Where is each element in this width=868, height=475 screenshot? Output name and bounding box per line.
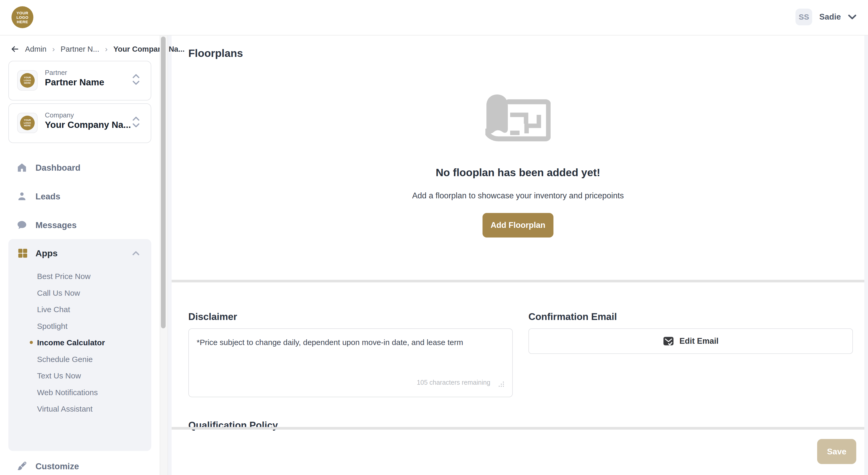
logo-line: HERE — [17, 20, 28, 24]
edit-email-label: Edit Email — [679, 336, 718, 346]
chevron-up-icon[interactable] — [132, 251, 140, 257]
sidebar-item-web-notifications[interactable]: Web Notifications — [37, 388, 142, 398]
chat-bubble-icon — [17, 220, 27, 230]
sidebar-item-customize[interactable]: Customize — [0, 461, 160, 475]
company-switcher[interactable] — [132, 116, 140, 128]
logo-line: LOGO — [24, 79, 31, 82]
breadcrumb-separator: › — [52, 44, 55, 54]
breadcrumb-item-partner[interactable]: Partner N... — [61, 45, 99, 54]
sidebar-item-income-calculator[interactable]: Income Calculator — [37, 338, 142, 348]
sidebar-item-apps[interactable]: Apps — [8, 247, 151, 263]
characters-remaining: 105 characters remaining — [417, 379, 490, 386]
company-value: Your Company Na... — [45, 120, 131, 130]
back-arrow-icon[interactable] — [10, 44, 19, 54]
floorplan-blueprint-icon — [485, 93, 551, 146]
logo-line: LOGO — [24, 122, 31, 124]
sidebar-item-label: Dashboard — [35, 163, 80, 173]
logo-line: YOUR — [17, 11, 28, 15]
company-logo-circle: YOUR LOGO HERE — [20, 116, 35, 130]
partner-logo: YOUR LOGO HERE — [17, 70, 37, 91]
empty-state-title: No flooplan has been added yet! — [172, 167, 864, 179]
section-divider — [172, 280, 864, 283]
sidebar-item-label: Leads — [35, 191, 60, 202]
resize-handle-icon[interactable] — [498, 381, 504, 387]
sidebar-item-leads[interactable]: Leads — [0, 191, 160, 208]
partner-selector-card[interactable]: YOUR LOGO HERE Partner Partner Name — [8, 61, 151, 100]
logo-line: YOUR — [24, 119, 31, 122]
empty-state-subtitle: Add a floorplan to showcase your invento… — [172, 191, 864, 201]
sidebar-scrollbar-track[interactable] — [160, 35, 168, 475]
chevron-down-icon — [132, 81, 140, 85]
sidebar-item-label: Income Calculator — [37, 338, 105, 347]
sidebar-item-label: Messages — [35, 220, 77, 230]
breadcrumb: Admin › Partner N... › Your Company Na..… — [10, 44, 185, 54]
disclaimer-title: Disclaimer — [188, 311, 237, 322]
active-item-dot — [30, 341, 33, 344]
company-logo: YOUR LOGO HERE — [17, 113, 37, 133]
app-logo[interactable]: YOUR LOGO HERE — [11, 6, 33, 28]
paintbrush-icon — [17, 461, 27, 471]
chevron-down-icon — [848, 14, 857, 20]
breadcrumb-item-company[interactable]: Your Company Na... — [113, 45, 184, 54]
main-content: Floorplans No flooplan has been added ye… — [172, 35, 864, 475]
app-screen: YOUR LOGO HERE SS Sadie Admin › Partner … — [0, 0, 868, 475]
sidebar: Admin › Partner N... › Your Company Na..… — [0, 35, 160, 475]
avatar[interactable]: SS — [796, 9, 812, 25]
partner-logo-circle: YOUR LOGO HERE — [20, 73, 35, 88]
apps-section: Apps Best Price Now Call Us Now Live Cha… — [8, 239, 151, 451]
confirmation-email-title: Confirmation Email — [528, 311, 617, 322]
home-icon — [17, 162, 27, 173]
sidebar-item-call-us-now[interactable]: Call Us Now — [37, 289, 142, 299]
company-selector-card[interactable]: YOUR LOGO HERE Company Your Company Na..… — [8, 103, 151, 143]
company-label: Company — [45, 111, 74, 119]
sidebar-item-live-chat[interactable]: Live Chat — [37, 305, 142, 315]
chevron-up-icon — [132, 74, 140, 78]
sidebar-item-label: Customize — [35, 462, 79, 471]
page-title: Floorplans — [188, 47, 243, 60]
partner-label: Partner — [45, 69, 67, 77]
save-bar-divider — [172, 427, 864, 429]
edit-email-button[interactable]: Edit Email — [528, 328, 853, 354]
logo-line: YOUR — [24, 76, 31, 79]
save-button[interactable]: Save — [817, 439, 856, 464]
topbar: YOUR LOGO HERE SS Sadie — [0, 0, 868, 35]
logo-line: HERE — [24, 82, 31, 85]
user-name: Sadie — [819, 12, 841, 22]
partner-value: Partner Name — [45, 77, 104, 87]
logo-line: LOGO — [17, 15, 28, 20]
sidebar-scrollbar-thumb[interactable] — [161, 36, 166, 328]
user-menu[interactable]: SS Sadie — [796, 8, 857, 26]
breadcrumb-item-admin[interactable]: Admin — [25, 45, 46, 54]
sidebar-item-label: Apps — [35, 248, 58, 258]
partner-switcher[interactable] — [132, 74, 140, 86]
breadcrumb-separator: › — [105, 44, 107, 54]
apps-grid-icon — [17, 248, 28, 259]
chevron-up-icon — [132, 116, 140, 121]
disclaimer-textarea[interactable]: *Price subject to change daily, dependen… — [188, 328, 513, 397]
sidebar-item-best-price-now[interactable]: Best Price Now — [37, 272, 142, 282]
disclaimer-text: *Price subject to change daily, dependen… — [197, 337, 504, 348]
person-icon — [17, 191, 27, 202]
logo-line: HERE — [24, 124, 31, 127]
sidebar-item-virtual-assistant[interactable]: Virtual Assistant — [37, 405, 142, 414]
sidebar-item-spotlight[interactable]: Spotlight — [37, 322, 142, 332]
sidebar-item-messages[interactable]: Messages — [0, 220, 160, 236]
add-floorplan-button[interactable]: Add Floorplan — [483, 213, 554, 237]
sidebar-item-schedule-genie[interactable]: Schedule Genie — [37, 355, 142, 365]
sidebar-item-text-us-now[interactable]: Text Us Now — [37, 372, 142, 381]
email-check-icon — [663, 335, 674, 347]
sidebar-item-dashboard[interactable]: Dashboard — [0, 162, 160, 179]
chevron-down-icon — [132, 123, 140, 128]
